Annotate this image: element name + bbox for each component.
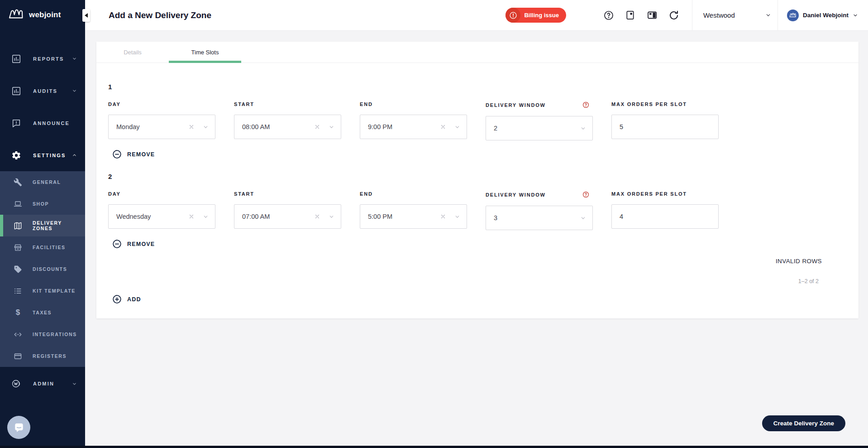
chat-launcher-button[interactable] [7, 416, 30, 439]
sidebar-item-label: INTEGRATIONS [33, 332, 77, 337]
delivery-window-value: 2 [494, 125, 580, 132]
day-select[interactable]: Monday [108, 115, 215, 139]
end-time-select[interactable]: 9:00 PM [360, 115, 467, 139]
chevron-down-icon [203, 124, 209, 130]
gear-icon [11, 150, 21, 160]
chevron-down-icon [580, 125, 586, 131]
news-icon [625, 10, 635, 20]
column-label-text: DELIVERY WINDOW [486, 192, 546, 198]
sidebar-item-label: ADMIN [33, 381, 72, 386]
delivery-window-select[interactable]: 2 [486, 116, 593, 140]
header: Add a New Delivery Zone Billing issue We… [85, 0, 868, 31]
start-time-select[interactable]: 07:00 AM [234, 204, 341, 229]
start-column: START 08:00 AM [234, 101, 341, 140]
tag-icon [14, 265, 22, 274]
help-circle-red-icon[interactable] [582, 101, 589, 108]
sidebar-item-label: GENERAL [33, 179, 61, 185]
help-circle-red-icon[interactable] [582, 191, 589, 198]
delivery-window-select[interactable]: 3 [486, 206, 593, 230]
location-value: Westwood [703, 11, 765, 19]
sidebar-item-label: TAXES [33, 310, 52, 315]
storefront-icon [14, 243, 22, 252]
remove-slot-button[interactable]: REMOVE [112, 149, 155, 159]
circled-w-icon [11, 379, 21, 389]
end-time-select[interactable]: 5:00 PM [360, 204, 467, 229]
start-time-value: 07:00 AM [242, 213, 314, 220]
sidebar-item-announce[interactable]: ANNOUNCE [0, 107, 85, 139]
sidebar-collapse-button[interactable] [82, 9, 90, 22]
sidebar-item-registers[interactable]: REGISTERS [0, 345, 85, 367]
map-icon [14, 222, 22, 230]
create-delivery-zone-button[interactable]: Create Delivery Zone [762, 415, 845, 431]
column-label: MAX ORDERS PER SLOT [611, 101, 719, 107]
chevron-down-icon [580, 215, 586, 221]
location-selector[interactable]: Westwood [695, 0, 777, 30]
user-menu[interactable]: Daniel Webjoint [778, 0, 868, 30]
clear-icon[interactable] [314, 124, 320, 130]
add-slot-button[interactable]: ADD [112, 294, 141, 304]
chevron-down-icon [329, 214, 334, 220]
chevron-down-icon [765, 12, 771, 18]
sidebar-item-reports[interactable]: REPORTS [0, 43, 85, 75]
end-time-value: 5:00 PM [368, 213, 440, 220]
billing-issue-badge[interactable]: Billing issue [506, 8, 566, 23]
chevron-down-icon [454, 124, 460, 130]
avatar [787, 10, 799, 21]
sidebar-item-label: REPORTS [33, 56, 72, 62]
pagination-label: 1–2 of 2 [108, 278, 840, 284]
clear-icon[interactable] [314, 213, 320, 220]
help-button[interactable] [603, 10, 614, 21]
max-orders-input[interactable] [620, 213, 712, 220]
clear-icon[interactable] [188, 124, 195, 130]
tab-details[interactable]: Details [96, 42, 169, 63]
chevron-down-icon [329, 124, 334, 130]
day-column: DAY Monday [108, 101, 215, 140]
chevron-down-icon [203, 214, 209, 220]
sidebar-item-discounts[interactable]: DISCOUNTS [0, 258, 85, 280]
sidebar-item-integrations[interactable]: INTEGRATIONS [0, 323, 85, 345]
sidebar-item-settings[interactable]: SETTINGS [0, 139, 85, 171]
column-label-text: DELIVERY WINDOW [486, 102, 546, 108]
wrench-icon [14, 178, 22, 187]
clear-icon[interactable] [440, 213, 446, 220]
remove-label: REMOVE [127, 151, 155, 158]
layout-button[interactable] [647, 10, 658, 21]
start-time-select[interactable]: 08:00 AM [234, 115, 341, 139]
chat-icon [13, 422, 25, 434]
divider [692, 0, 692, 31]
end-column: END 9:00 PM [360, 101, 467, 140]
time-slot-row: 2 DAY Wednesday START 07:00 AM [108, 173, 840, 249]
add-label: ADD [127, 296, 141, 303]
sidebar-item-kit-template[interactable]: KIT TEMPLATE [0, 280, 85, 302]
day-select[interactable]: Wednesday [108, 204, 215, 229]
refresh-icon [668, 10, 679, 21]
sidebar-item-delivery-zones[interactable]: DELIVERY ZONES [0, 215, 85, 236]
bottom-edge-bar [0, 446, 868, 448]
remove-slot-button[interactable]: REMOVE [112, 239, 155, 249]
column-label: START [234, 101, 341, 107]
sidebar-item-shop[interactable]: SHOP [0, 193, 85, 215]
sidebar-item-audits[interactable]: AUDITS [0, 75, 85, 107]
whats-new-button[interactable] [625, 10, 636, 21]
chevron-down-icon [72, 88, 77, 93]
clear-icon[interactable] [440, 124, 446, 130]
end-column: END 5:00 PM [360, 191, 467, 230]
layout-icon [647, 10, 658, 21]
clear-icon[interactable] [188, 213, 195, 220]
start-time-value: 08:00 AM [242, 123, 314, 130]
sidebar-item-general[interactable]: GENERAL [0, 171, 85, 193]
column-label: END [360, 101, 467, 107]
sidebar-item-taxes[interactable]: $ TAXES [0, 302, 85, 323]
sidebar-item-label: FACILITIES [33, 245, 66, 250]
bar-chart-icon [11, 54, 21, 64]
sidebar-item-facilities[interactable]: FACILITIES [0, 236, 85, 258]
chevron-down-icon [454, 214, 460, 220]
logo: webjoint [0, 0, 85, 30]
max-orders-field [611, 204, 719, 229]
sidebar-item-admin[interactable]: ADMIN [0, 373, 85, 395]
max-orders-input[interactable] [620, 123, 712, 130]
tab-time-slots[interactable]: Time Slots [169, 42, 241, 63]
refresh-button[interactable] [668, 10, 679, 21]
start-column: START 07:00 AM [234, 191, 341, 230]
alert-circle-icon [506, 8, 520, 23]
